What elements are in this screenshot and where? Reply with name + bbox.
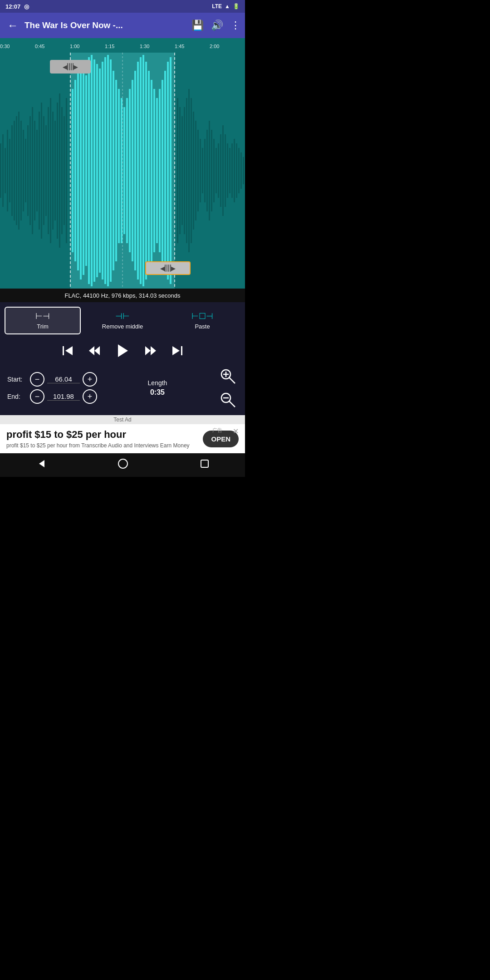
- ad-subtext: profit $15 to $25 per hour from Transcri…: [6, 442, 198, 449]
- svg-rect-24: [52, 112, 54, 230]
- svg-marker-103: [65, 346, 73, 355]
- svg-rect-72: [184, 107, 185, 234]
- trim-button[interactable]: ⊢⊣ Trim: [5, 307, 81, 334]
- svg-rect-47: [113, 71, 114, 270]
- svg-rect-8: [16, 116, 17, 225]
- controls-area: ⊢⊣ Trim ⊣⊢ Remove middle ⊢☐⊣ Paste: [0, 302, 245, 415]
- zoom-out-button[interactable]: [218, 390, 238, 410]
- status-right: LTE ▲ 🔋: [212, 3, 240, 10]
- trim-icon: ⊢⊣: [35, 311, 50, 321]
- remove-middle-button[interactable]: ⊣⊢ Remove middle: [84, 307, 161, 334]
- svg-rect-25: [54, 121, 56, 220]
- svg-rect-33: [74, 80, 76, 261]
- svg-rect-84: [211, 130, 212, 211]
- svg-rect-45: [107, 55, 109, 286]
- svg-rect-26: [57, 103, 58, 239]
- svg-rect-58: [142, 55, 144, 286]
- ad-test-label: Test Ad: [0, 415, 245, 424]
- zoom-in-button[interactable]: [218, 366, 238, 386]
- svg-marker-108: [151, 346, 156, 355]
- svg-rect-97: [240, 152, 242, 189]
- nav-back-button[interactable]: [31, 454, 51, 476]
- ad-text-group: profit $15 to $25 per hour profit $15 to…: [6, 429, 203, 449]
- svg-marker-118: [39, 460, 44, 467]
- volume-icon[interactable]: 🔊: [211, 20, 223, 31]
- svg-rect-60: [148, 71, 150, 270]
- ruler-mark-3: 1:15: [105, 38, 114, 53]
- svg-rect-21: [45, 125, 47, 216]
- start-label: Start:: [7, 376, 27, 383]
- zoom-group: [218, 366, 238, 410]
- skip-to-start-button[interactable]: [59, 343, 75, 359]
- play-button[interactable]: [113, 342, 132, 360]
- nav-recents-button[interactable]: [195, 454, 214, 476]
- svg-rect-55: [134, 71, 136, 270]
- paste-button[interactable]: ⊢☐⊣ Paste: [164, 307, 240, 334]
- svg-rect-81: [204, 139, 206, 202]
- save-icon[interactable]: 💾: [191, 20, 204, 31]
- back-button[interactable]: ←: [5, 16, 21, 34]
- svg-marker-105: [94, 346, 100, 355]
- trim-label: Trim: [37, 323, 49, 330]
- svg-rect-74: [188, 89, 190, 252]
- svg-rect-12: [25, 139, 26, 202]
- svg-rect-67: [167, 62, 169, 279]
- waveform-svg: [0, 53, 245, 289]
- fast-forward-button[interactable]: [142, 343, 159, 359]
- nav-home-button[interactable]: [113, 454, 133, 476]
- rewind-button[interactable]: [86, 343, 103, 359]
- ad-close-button[interactable]: ✕: [233, 427, 239, 436]
- svg-marker-110: [181, 346, 182, 355]
- more-icon[interactable]: ⋮: [230, 20, 240, 31]
- svg-rect-80: [202, 148, 203, 193]
- end-value-input[interactable]: 101.98: [47, 392, 80, 401]
- svg-rect-48: [115, 80, 117, 261]
- nav-bar: [0, 453, 245, 477]
- ad-indicator: 广告: [212, 427, 222, 434]
- end-increase-button[interactable]: +: [83, 389, 97, 404]
- svg-marker-106: [118, 344, 128, 357]
- ruler-mark-2: 1:00: [70, 38, 79, 53]
- svg-rect-57: [140, 57, 142, 284]
- time-zoom-controls: Start: − 66.04 + End: − 101.98 + Length …: [0, 364, 245, 412]
- svg-rect-65: [162, 80, 163, 261]
- waveform-container[interactable]: ◀ ▶ ◀ ▶: [0, 53, 245, 289]
- ruler-mark-6: 2:00: [210, 38, 219, 53]
- start-decrease-button[interactable]: −: [30, 372, 44, 387]
- trim-handle-end[interactable]: ◀ ▶: [145, 261, 191, 275]
- svg-rect-63: [156, 98, 158, 243]
- svg-rect-69: [177, 98, 178, 243]
- app-bar-icons: 💾 🔊 ⋮: [191, 20, 240, 31]
- svg-rect-92: [229, 148, 230, 193]
- svg-rect-43: [102, 62, 103, 279]
- svg-rect-83: [209, 121, 210, 220]
- svg-rect-18: [39, 112, 40, 230]
- svg-rect-42: [99, 69, 101, 273]
- skip-to-end-button[interactable]: [170, 343, 186, 359]
- svg-rect-23: [50, 98, 51, 243]
- svg-rect-2: [2, 134, 4, 207]
- svg-rect-78: [197, 130, 199, 211]
- ad-container: Test Ad 广告 ✕ profit $15 to $25 per hour …: [0, 415, 245, 453]
- svg-rect-56: [137, 62, 139, 279]
- status-bar: 12:07 ◎ LTE ▲ 🔋: [0, 0, 245, 13]
- svg-rect-46: [110, 59, 112, 282]
- end-label: End:: [7, 393, 27, 400]
- paste-label: Paste: [195, 323, 210, 330]
- svg-rect-76: [193, 112, 194, 230]
- svg-rect-29: [64, 116, 65, 225]
- battery-icon: 🔋: [233, 3, 240, 10]
- svg-rect-85: [213, 139, 215, 202]
- svg-rect-79: [200, 139, 201, 202]
- status-icon: ◎: [24, 3, 29, 10]
- end-decrease-button[interactable]: −: [30, 389, 44, 404]
- svg-rect-62: [153, 89, 155, 252]
- svg-rect-15: [32, 107, 33, 234]
- trim-handle-start[interactable]: ◀ ▶: [50, 60, 91, 74]
- timeline-ruler: 0:30 0:45 1:00 1:15 1:30 1:45 2:00: [0, 38, 245, 53]
- start-increase-button[interactable]: +: [83, 372, 97, 387]
- start-value-input[interactable]: 66.04: [47, 375, 80, 383]
- svg-rect-70: [179, 107, 181, 234]
- svg-line-116: [229, 401, 235, 407]
- start-row: Start: − 66.04 +: [7, 372, 97, 387]
